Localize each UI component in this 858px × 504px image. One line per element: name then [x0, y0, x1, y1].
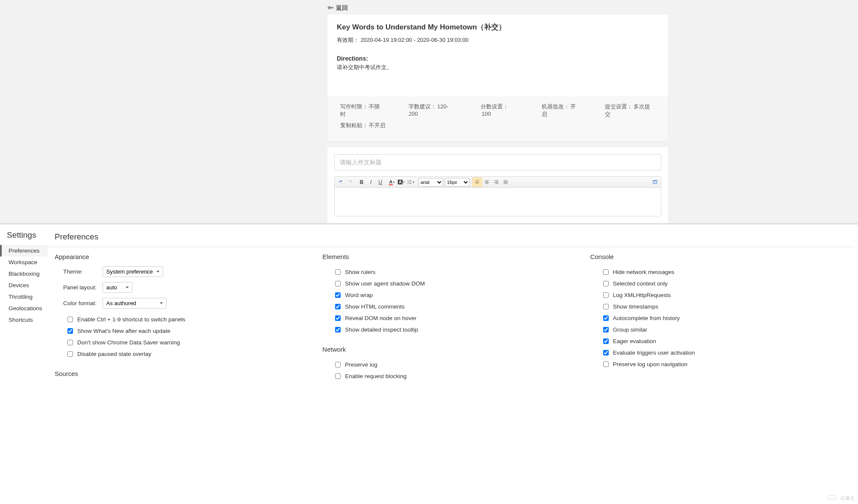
italic-button[interactable]: I [366, 178, 376, 187]
checkbox-row: Preserve log [322, 359, 586, 370]
watermark-text: 亿速云 [840, 495, 855, 501]
checkbox-row: Autocomplete from history [590, 312, 854, 324]
svg-rect-1 [653, 181, 657, 184]
align-left-button[interactable] [473, 178, 482, 187]
checkbox[interactable] [603, 327, 609, 332]
checkbox-label: Log XMLHttpRequests [613, 292, 671, 298]
checkbox[interactable] [335, 292, 341, 298]
align-right-button[interactable] [491, 178, 501, 187]
back-arrow-icon [327, 5, 333, 12]
checkbox-row: Disable paused state overlay [55, 348, 318, 360]
checkbox-label: Enable request blocking [345, 373, 406, 379]
checkbox[interactable] [603, 292, 609, 298]
checkbox-row: Hide network messages [590, 266, 854, 278]
panel-layout-select[interactable]: auto [102, 282, 132, 293]
undo-button[interactable] [336, 178, 345, 187]
editor-card: B I U A▾ A▾ ▾ arial 16px [327, 147, 668, 223]
checkbox[interactable] [335, 315, 341, 321]
nav-item-blackboxing[interactable]: Blackboxing [0, 268, 48, 280]
col-appearance: Appearance Theme: System preference Pane… [55, 253, 318, 383]
font-size-select[interactable]: 16px [445, 178, 470, 186]
checkbox-label: Disable paused state overlay [77, 351, 151, 357]
checkbox-row: Evaluate triggers user activation [590, 347, 854, 358]
bold-button[interactable]: B [357, 178, 366, 187]
checkbox-row: Show rulers [322, 266, 586, 278]
theme-select[interactable]: System preference [102, 266, 163, 277]
checkbox[interactable] [603, 281, 609, 286]
checkbox-row: Show What's New after each update [55, 325, 318, 337]
back-color-button[interactable]: A▾ [397, 178, 406, 187]
redo-button[interactable] [345, 178, 355, 187]
checkbox[interactable] [335, 373, 341, 379]
checkbox[interactable] [67, 351, 73, 357]
checkbox[interactable] [335, 327, 341, 332]
nav-item-devices[interactable]: Devices [0, 280, 48, 291]
checkbox[interactable] [67, 340, 73, 345]
checkbox-label: Don't show Chrome Data Saver warning [77, 339, 180, 346]
checkbox[interactable] [603, 350, 609, 355]
checkbox-label: Group similar [613, 326, 647, 333]
checkbox-row: Enable request blocking [322, 370, 586, 382]
checkbox[interactable] [603, 269, 609, 275]
settings-sidebar: Settings PreferencesWorkspaceBlackboxing… [0, 224, 48, 504]
checkbox-label: Enable Ctrl + 1-9 shortcut to switch pan… [77, 316, 185, 323]
settings-main: Preferences Appearance Theme: System pre… [48, 224, 858, 504]
rich-text-editor: B I U A▾ A▾ ▾ arial 16px [334, 176, 661, 216]
checkbox-label: Show user agent shadow DOM [345, 280, 425, 287]
checkbox[interactable] [335, 362, 341, 367]
checkbox[interactable] [603, 361, 609, 367]
checkbox-row: Word wrap [322, 289, 586, 301]
checkbox-label: Hide network messages [613, 269, 674, 275]
checkbox-label: Show detailed inspect tooltip [345, 326, 418, 333]
validity-row: 有效期： 2020-04-19 19:02:00 - 2020-06-30 19… [337, 36, 659, 44]
meta-item: 机器批改：开启 [542, 103, 581, 118]
essay-title-input[interactable] [334, 154, 661, 170]
checkbox[interactable] [67, 328, 73, 334]
validity-value: 2020-04-19 19:02:00 - 2020-06-30 19:03:0… [361, 37, 469, 43]
checkbox[interactable] [335, 269, 341, 275]
meta-item: 分数设置：100 [481, 103, 518, 118]
watermark: 亿速云 [827, 495, 855, 501]
nav-item-throttling[interactable]: Throttling [0, 291, 48, 303]
assignment-panel: 返回 Key Words to Understand My Hometown（补… [0, 0, 858, 223]
checkbox-row: Enable Ctrl + 1-9 shortcut to switch pan… [55, 314, 318, 325]
checkbox[interactable] [603, 315, 609, 321]
fullscreen-button[interactable] [650, 178, 660, 187]
checkbox-label: Reveal DOM node on hover [345, 315, 416, 321]
checkbox-label: Show What's New after each update [77, 328, 170, 334]
checkbox-label: Evaluate triggers user activation [613, 350, 695, 356]
color-format-label: Color format: [63, 300, 97, 306]
settings-nav: PreferencesWorkspaceBlackboxingDevicesTh… [0, 245, 48, 326]
font-color-button[interactable]: A▾ [387, 178, 397, 187]
nav-item-workspace[interactable]: Workspace [0, 256, 48, 268]
nav-item-preferences[interactable]: Preferences [0, 245, 48, 256]
checkbox[interactable] [603, 338, 609, 344]
underline-button[interactable]: U [376, 178, 385, 187]
nav-item-shortcuts[interactable]: Shortcuts [0, 314, 48, 326]
checkbox[interactable] [67, 317, 73, 322]
font-family-select[interactable]: arial [418, 178, 443, 186]
checkbox-row: Show user agent shadow DOM [322, 278, 586, 289]
list-button[interactable]: ▾ [406, 178, 415, 187]
meta-item: 提交设置：多次提交 [605, 103, 655, 118]
checkbox-label: Eager evaluation [613, 338, 656, 344]
checkbox-row: Show timestamps [590, 301, 854, 312]
checkbox[interactable] [335, 304, 341, 309]
checkbox-row: Group similar [590, 324, 854, 335]
align-center-button[interactable] [482, 178, 491, 187]
checkbox-row: Show HTML comments [322, 301, 586, 312]
checkbox-label: Selected context only [613, 280, 668, 287]
page-title: Preferences [55, 232, 854, 242]
align-justify-button[interactable] [501, 178, 510, 187]
divider [48, 247, 854, 247]
color-format-select[interactable]: As authored [102, 298, 166, 309]
rte-content[interactable] [335, 188, 661, 216]
back-button[interactable]: 返回 [327, 0, 668, 15]
checkbox[interactable] [335, 281, 341, 286]
checkbox-label: Show rulers [345, 269, 375, 275]
nav-item-geolocations[interactable]: Geolocations [0, 303, 48, 314]
theme-label: Theme: [63, 268, 97, 275]
devtools-settings: Settings PreferencesWorkspaceBlackboxing… [0, 223, 858, 504]
checkbox[interactable] [603, 304, 609, 309]
console-title: Console [590, 253, 854, 260]
